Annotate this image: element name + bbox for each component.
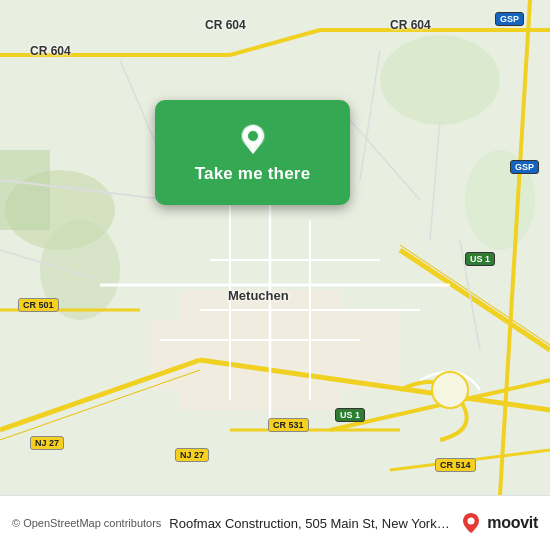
nj27-badge-left: NJ 27 <box>30 436 64 450</box>
nj27-badge-right: NJ 27 <box>175 448 209 462</box>
us1-badge-bottom: US 1 <box>335 408 365 422</box>
map-container[interactable]: CR 604 CR 604 CR 604 GSP GSP US 1 US 1 C… <box>0 0 550 495</box>
svg-point-36 <box>432 372 468 408</box>
location-pin-icon <box>235 122 271 158</box>
svg-point-40 <box>248 131 258 141</box>
cr501-badge: CR 501 <box>18 298 59 312</box>
cr604-label-center: CR 604 <box>205 18 246 32</box>
take-me-there-label: Take me there <box>195 164 311 184</box>
moovit-label: moovit <box>487 514 538 532</box>
copyright-text: © OpenStreetMap contributors <box>12 517 161 529</box>
gsp-badge-1: GSP <box>495 12 524 26</box>
address-text: Roofmax Construction, 505 Main St, New Y… <box>169 516 451 531</box>
take-me-there-card[interactable]: Take me there <box>155 100 350 205</box>
moovit-logo: moovit <box>459 511 538 535</box>
metuchen-label: Metuchen <box>228 288 289 303</box>
svg-rect-3 <box>0 150 50 230</box>
moovit-pin-icon <box>459 511 483 535</box>
svg-point-41 <box>468 518 475 525</box>
cr514-badge: CR 514 <box>435 458 476 472</box>
svg-point-4 <box>380 35 500 125</box>
cr531-badge: CR 531 <box>268 418 309 432</box>
cr604-label-left: CR 604 <box>30 44 71 58</box>
bottom-bar: © OpenStreetMap contributors Roofmax Con… <box>0 495 550 550</box>
svg-rect-7 <box>150 320 230 390</box>
cr604-label-right: CR 604 <box>390 18 431 32</box>
gsp-badge-2: GSP <box>510 160 539 174</box>
us1-badge-right: US 1 <box>465 252 495 266</box>
